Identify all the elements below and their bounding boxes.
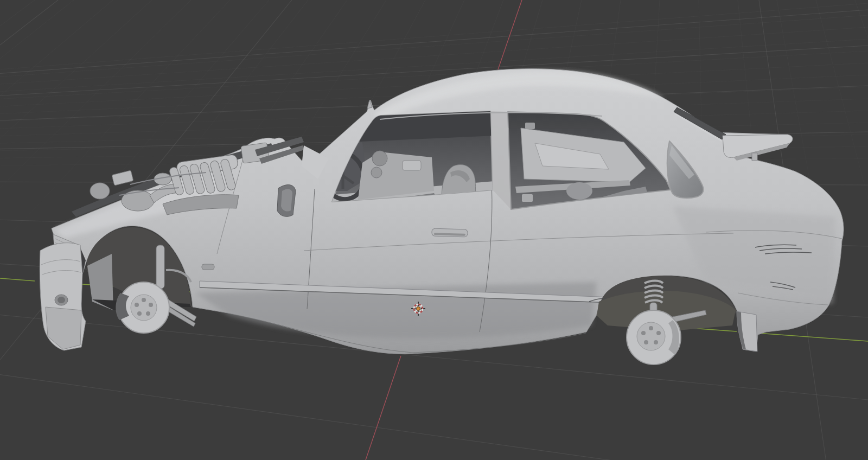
window-bracket [522,194,533,202]
front-bumper[interactable] [40,243,86,350]
door-handle[interactable] [432,228,468,237]
window-bracket [525,123,535,129]
rear-brake-disc[interactable] [627,310,681,365]
blender-3d-viewport[interactable] [0,0,868,460]
front-strut[interactable] [156,245,164,289]
side-mirror[interactable] [277,185,296,217]
side-indicator[interactable] [202,264,214,270]
fog-light-hole [55,295,68,305]
brake-booster [90,183,110,199]
viewport-canvas[interactable] [0,0,868,460]
